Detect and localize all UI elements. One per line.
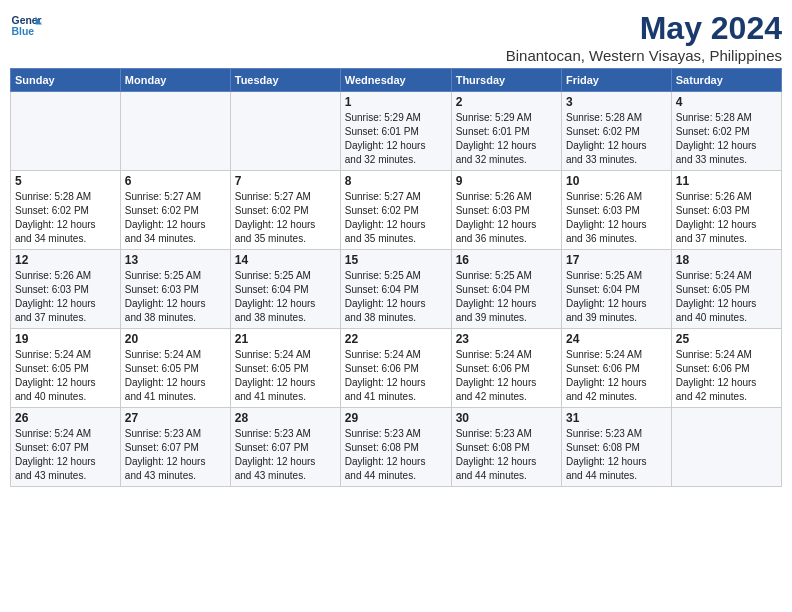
- week-row-5: 26Sunrise: 5:24 AM Sunset: 6:07 PM Dayli…: [11, 408, 782, 487]
- calendar-table: SundayMondayTuesdayWednesdayThursdayFrid…: [10, 68, 782, 487]
- day-number: 8: [345, 174, 447, 188]
- day-number: 29: [345, 411, 447, 425]
- day-info: Sunrise: 5:24 AM Sunset: 6:05 PM Dayligh…: [125, 348, 226, 404]
- svg-text:Blue: Blue: [12, 26, 35, 37]
- day-info: Sunrise: 5:27 AM Sunset: 6:02 PM Dayligh…: [235, 190, 336, 246]
- day-info: Sunrise: 5:25 AM Sunset: 6:03 PM Dayligh…: [125, 269, 226, 325]
- column-header-thursday: Thursday: [451, 69, 561, 92]
- day-number: 31: [566, 411, 667, 425]
- day-number: 17: [566, 253, 667, 267]
- calendar-cell: 30Sunrise: 5:23 AM Sunset: 6:08 PM Dayli…: [451, 408, 561, 487]
- day-info: Sunrise: 5:25 AM Sunset: 6:04 PM Dayligh…: [566, 269, 667, 325]
- calendar-cell: 29Sunrise: 5:23 AM Sunset: 6:08 PM Dayli…: [340, 408, 451, 487]
- page-header: General Blue May 2024 Binantocan, Wester…: [10, 10, 782, 64]
- calendar-cell: 14Sunrise: 5:25 AM Sunset: 6:04 PM Dayli…: [230, 250, 340, 329]
- day-number: 18: [676, 253, 777, 267]
- day-number: 12: [15, 253, 116, 267]
- calendar-cell: 13Sunrise: 5:25 AM Sunset: 6:03 PM Dayli…: [120, 250, 230, 329]
- day-info: Sunrise: 5:24 AM Sunset: 6:06 PM Dayligh…: [676, 348, 777, 404]
- column-header-monday: Monday: [120, 69, 230, 92]
- day-info: Sunrise: 5:24 AM Sunset: 6:07 PM Dayligh…: [15, 427, 116, 483]
- day-info: Sunrise: 5:29 AM Sunset: 6:01 PM Dayligh…: [456, 111, 557, 167]
- week-row-4: 19Sunrise: 5:24 AM Sunset: 6:05 PM Dayli…: [11, 329, 782, 408]
- day-number: 2: [456, 95, 557, 109]
- day-number: 3: [566, 95, 667, 109]
- calendar-cell: [230, 92, 340, 171]
- calendar-cell: [120, 92, 230, 171]
- column-header-sunday: Sunday: [11, 69, 121, 92]
- calendar-cell: 28Sunrise: 5:23 AM Sunset: 6:07 PM Dayli…: [230, 408, 340, 487]
- calendar-cell: 6Sunrise: 5:27 AM Sunset: 6:02 PM Daylig…: [120, 171, 230, 250]
- column-header-tuesday: Tuesday: [230, 69, 340, 92]
- calendar-cell: 5Sunrise: 5:28 AM Sunset: 6:02 PM Daylig…: [11, 171, 121, 250]
- day-info: Sunrise: 5:26 AM Sunset: 6:03 PM Dayligh…: [456, 190, 557, 246]
- day-number: 5: [15, 174, 116, 188]
- day-number: 26: [15, 411, 116, 425]
- calendar-cell: 23Sunrise: 5:24 AM Sunset: 6:06 PM Dayli…: [451, 329, 561, 408]
- calendar-cell: 31Sunrise: 5:23 AM Sunset: 6:08 PM Dayli…: [561, 408, 671, 487]
- calendar-cell: 9Sunrise: 5:26 AM Sunset: 6:03 PM Daylig…: [451, 171, 561, 250]
- day-number: 30: [456, 411, 557, 425]
- day-info: Sunrise: 5:25 AM Sunset: 6:04 PM Dayligh…: [345, 269, 447, 325]
- day-info: Sunrise: 5:25 AM Sunset: 6:04 PM Dayligh…: [456, 269, 557, 325]
- day-number: 23: [456, 332, 557, 346]
- header-row: SundayMondayTuesdayWednesdayThursdayFrid…: [11, 69, 782, 92]
- day-info: Sunrise: 5:24 AM Sunset: 6:06 PM Dayligh…: [345, 348, 447, 404]
- day-number: 7: [235, 174, 336, 188]
- day-info: Sunrise: 5:24 AM Sunset: 6:06 PM Dayligh…: [456, 348, 557, 404]
- day-number: 1: [345, 95, 447, 109]
- calendar-cell: 26Sunrise: 5:24 AM Sunset: 6:07 PM Dayli…: [11, 408, 121, 487]
- week-row-2: 5Sunrise: 5:28 AM Sunset: 6:02 PM Daylig…: [11, 171, 782, 250]
- day-number: 11: [676, 174, 777, 188]
- calendar-cell: 21Sunrise: 5:24 AM Sunset: 6:05 PM Dayli…: [230, 329, 340, 408]
- day-info: Sunrise: 5:23 AM Sunset: 6:07 PM Dayligh…: [235, 427, 336, 483]
- calendar-cell: 27Sunrise: 5:23 AM Sunset: 6:07 PM Dayli…: [120, 408, 230, 487]
- calendar-cell: 16Sunrise: 5:25 AM Sunset: 6:04 PM Dayli…: [451, 250, 561, 329]
- calendar-cell: 7Sunrise: 5:27 AM Sunset: 6:02 PM Daylig…: [230, 171, 340, 250]
- day-info: Sunrise: 5:28 AM Sunset: 6:02 PM Dayligh…: [15, 190, 116, 246]
- day-info: Sunrise: 5:27 AM Sunset: 6:02 PM Dayligh…: [345, 190, 447, 246]
- calendar-cell: 20Sunrise: 5:24 AM Sunset: 6:05 PM Dayli…: [120, 329, 230, 408]
- day-number: 15: [345, 253, 447, 267]
- day-number: 9: [456, 174, 557, 188]
- day-number: 22: [345, 332, 447, 346]
- day-number: 6: [125, 174, 226, 188]
- day-info: Sunrise: 5:24 AM Sunset: 6:06 PM Dayligh…: [566, 348, 667, 404]
- day-number: 21: [235, 332, 336, 346]
- calendar-cell: 12Sunrise: 5:26 AM Sunset: 6:03 PM Dayli…: [11, 250, 121, 329]
- logo-icon: General Blue: [10, 10, 42, 42]
- day-number: 27: [125, 411, 226, 425]
- day-info: Sunrise: 5:26 AM Sunset: 6:03 PM Dayligh…: [566, 190, 667, 246]
- day-info: Sunrise: 5:26 AM Sunset: 6:03 PM Dayligh…: [676, 190, 777, 246]
- calendar-cell: [11, 92, 121, 171]
- day-info: Sunrise: 5:23 AM Sunset: 6:08 PM Dayligh…: [456, 427, 557, 483]
- day-number: 4: [676, 95, 777, 109]
- calendar-cell: 1Sunrise: 5:29 AM Sunset: 6:01 PM Daylig…: [340, 92, 451, 171]
- week-row-3: 12Sunrise: 5:26 AM Sunset: 6:03 PM Dayli…: [11, 250, 782, 329]
- day-info: Sunrise: 5:27 AM Sunset: 6:02 PM Dayligh…: [125, 190, 226, 246]
- day-info: Sunrise: 5:23 AM Sunset: 6:08 PM Dayligh…: [566, 427, 667, 483]
- day-number: 25: [676, 332, 777, 346]
- day-info: Sunrise: 5:26 AM Sunset: 6:03 PM Dayligh…: [15, 269, 116, 325]
- calendar-cell: 4Sunrise: 5:28 AM Sunset: 6:02 PM Daylig…: [671, 92, 781, 171]
- page-subtitle: Binantocan, Western Visayas, Philippines: [506, 47, 782, 64]
- day-number: 28: [235, 411, 336, 425]
- day-info: Sunrise: 5:24 AM Sunset: 6:05 PM Dayligh…: [15, 348, 116, 404]
- day-info: Sunrise: 5:24 AM Sunset: 6:05 PM Dayligh…: [235, 348, 336, 404]
- calendar-cell: 15Sunrise: 5:25 AM Sunset: 6:04 PM Dayli…: [340, 250, 451, 329]
- page-title: May 2024: [506, 10, 782, 47]
- week-row-1: 1Sunrise: 5:29 AM Sunset: 6:01 PM Daylig…: [11, 92, 782, 171]
- calendar-cell: 10Sunrise: 5:26 AM Sunset: 6:03 PM Dayli…: [561, 171, 671, 250]
- day-number: 19: [15, 332, 116, 346]
- day-number: 13: [125, 253, 226, 267]
- day-number: 20: [125, 332, 226, 346]
- calendar-cell: 18Sunrise: 5:24 AM Sunset: 6:05 PM Dayli…: [671, 250, 781, 329]
- day-number: 16: [456, 253, 557, 267]
- day-info: Sunrise: 5:28 AM Sunset: 6:02 PM Dayligh…: [566, 111, 667, 167]
- calendar-cell: 11Sunrise: 5:26 AM Sunset: 6:03 PM Dayli…: [671, 171, 781, 250]
- day-number: 10: [566, 174, 667, 188]
- calendar-cell: 3Sunrise: 5:28 AM Sunset: 6:02 PM Daylig…: [561, 92, 671, 171]
- day-info: Sunrise: 5:24 AM Sunset: 6:05 PM Dayligh…: [676, 269, 777, 325]
- logo: General Blue: [10, 10, 42, 42]
- calendar-cell: 17Sunrise: 5:25 AM Sunset: 6:04 PM Dayli…: [561, 250, 671, 329]
